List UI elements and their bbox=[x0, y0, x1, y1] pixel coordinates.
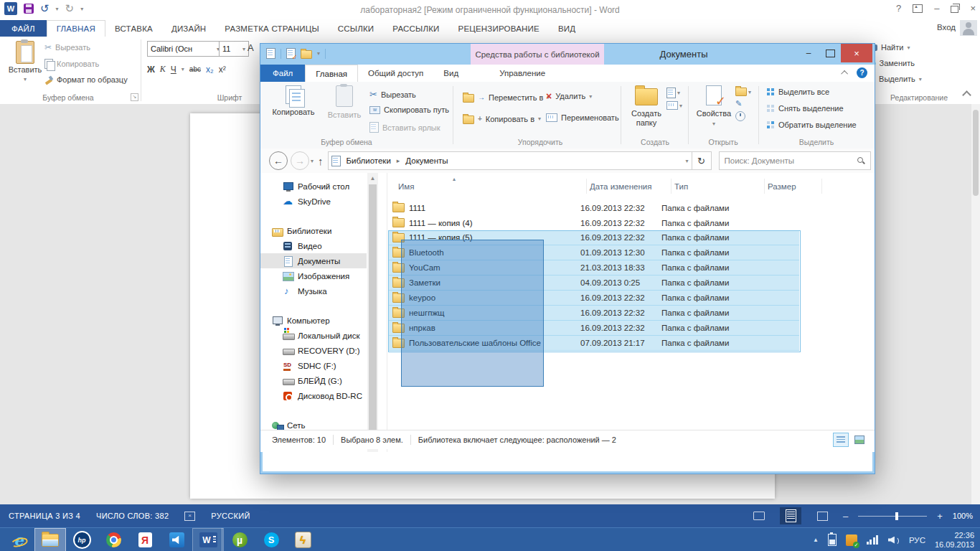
word-tab-ФАЙЛ[interactable]: ФАЙЛ bbox=[0, 20, 47, 37]
recent-pages-caret-icon[interactable]: ▾ bbox=[311, 158, 314, 164]
easy-access-button[interactable]: ▾ bbox=[666, 101, 682, 110]
find-button[interactable]: Найти▾ bbox=[868, 39, 973, 55]
sidebar-item-RECOVERY (D:)[interactable]: RECOVERY (D:) bbox=[260, 343, 367, 358]
copy-to-button[interactable]: + Копировать в▾ bbox=[463, 113, 541, 124]
replace-button[interactable]: ab Заменить bbox=[868, 55, 973, 71]
column-header-Имя[interactable]: Имя▴ bbox=[395, 179, 587, 194]
sidebar-scrollbar[interactable]: ▲ ▼ bbox=[367, 173, 378, 452]
cut-button[interactable]: ✂ Вырезать bbox=[369, 89, 416, 100]
read-mode-button[interactable] bbox=[748, 507, 770, 524]
sidebar-item-Изображения[interactable]: Изображения bbox=[260, 268, 367, 283]
save-icon[interactable] bbox=[24, 4, 34, 14]
edit-button[interactable]: ✎ bbox=[735, 99, 751, 108]
sidebar-item-Локальный диск[interactable]: Локальный диск bbox=[260, 328, 367, 343]
strikethrough-button[interactable]: abc bbox=[189, 65, 201, 73]
word-tab-РАЗМЕТКА СТРАНИЦЫ[interactable]: РАЗМЕТКА СТРАНИЦЫ bbox=[215, 20, 328, 37]
file-row-YouCam[interactable]: YouCam21.03.2013 18:33Папка с файлами bbox=[388, 260, 799, 276]
copy-path-button[interactable]: w Скопировать путь bbox=[369, 105, 449, 114]
sidebar-item-Видео[interactable]: Видео bbox=[260, 238, 367, 253]
explorer-tab-Общий доступ[interactable]: Общий доступ bbox=[358, 65, 433, 82]
taskbar-volume-app[interactable] bbox=[161, 528, 192, 551]
close-icon[interactable]: × bbox=[970, 3, 976, 14]
show-hidden-icons-icon[interactable]: ▲ bbox=[813, 537, 819, 543]
taskbar-word[interactable]: W bbox=[192, 528, 224, 551]
taskbar-internet-explorer[interactable]: e bbox=[3, 528, 34, 551]
file-row-Пользовательские шаблоны Office[interactable]: Пользовательские шаблоны Office07.09.201… bbox=[388, 336, 799, 351]
breadcrumb-item[interactable]: Библиотеки bbox=[345, 156, 392, 165]
copy-button[interactable]: Копировать bbox=[44, 59, 99, 69]
ribbon-display-options-icon[interactable] bbox=[913, 4, 923, 13]
word-tab-ВИД[interactable]: ВИД bbox=[549, 20, 585, 37]
font-size-combo[interactable]: 11▾ bbox=[219, 41, 249, 57]
sidebar-item-Дисковод BD-RC[interactable]: Дисковод BD-RC bbox=[260, 388, 367, 403]
grow-font-button[interactable]: А bbox=[248, 42, 254, 53]
font-name-combo[interactable]: Calibri (Осн▾ bbox=[147, 41, 223, 57]
new-folder-qat-icon[interactable] bbox=[301, 50, 312, 59]
copy-button[interactable]: Копировать bbox=[268, 85, 319, 117]
clipboard-dialog-launcher-icon[interactable]: ↘ bbox=[131, 93, 138, 101]
bold-button[interactable]: Ж bbox=[147, 65, 155, 75]
word-tab-ДИЗАЙН[interactable]: ДИЗАЙН bbox=[162, 20, 215, 37]
zoom-slider[interactable] bbox=[858, 516, 927, 517]
file-row-1111[interactable]: 111116.09.2013 22:32Папка с файлами bbox=[388, 200, 799, 215]
paste-button[interactable]: Вставить ▾ bbox=[7, 41, 43, 83]
underline-caret-icon[interactable]: ▾ bbox=[182, 66, 184, 72]
sign-in-link[interactable]: Вход bbox=[937, 23, 956, 32]
file-row-нешгпжщ[interactable]: нешгпжщ16.09.2013 22:32Папка с файлами bbox=[388, 306, 799, 321]
restore-icon[interactable] bbox=[951, 6, 958, 13]
word-tab-ВСТАВКА[interactable]: ВСТАВКА bbox=[105, 20, 162, 37]
paste-button[interactable]: Вставить bbox=[324, 85, 365, 120]
breadcrumb-item[interactable]: Документы bbox=[404, 156, 449, 165]
invert-selection-button[interactable]: Обратить выделение bbox=[767, 121, 857, 129]
subscript-button[interactable]: x₂ bbox=[206, 65, 214, 75]
refresh-button[interactable]: ↻ bbox=[692, 151, 712, 170]
details-view-button[interactable] bbox=[833, 433, 849, 447]
forward-button[interactable]: → bbox=[291, 151, 309, 170]
rename-button[interactable]: Переименовать bbox=[546, 113, 619, 122]
new-folder-button[interactable]: Создатьпапку bbox=[628, 85, 665, 128]
proofing-icon[interactable]: × bbox=[184, 512, 195, 521]
address-bar[interactable]: Библиотеки▸Документы ▾ bbox=[328, 151, 692, 170]
taskbar-benchmark[interactable]: ϟ bbox=[287, 528, 319, 551]
undo-caret-icon[interactable]: ▾ bbox=[56, 6, 59, 12]
delete-button[interactable]: × Удалить▾ bbox=[546, 92, 592, 100]
network-signal-icon[interactable] bbox=[867, 535, 879, 545]
explorer-tab-Вид[interactable]: Вид bbox=[433, 65, 468, 82]
language-indicator[interactable]: РУС bbox=[909, 536, 925, 545]
collapse-ribbon-icon[interactable] bbox=[962, 90, 971, 100]
volume-icon[interactable] bbox=[888, 535, 900, 545]
sidebar-item-Библиотеки[interactable]: Библиотеки bbox=[260, 223, 367, 238]
superscript-button[interactable]: x² bbox=[219, 65, 226, 75]
underline-button[interactable]: Ч bbox=[171, 65, 176, 75]
file-row-1111 — копия (4)[interactable]: 1111 — копия (4)16.09.2013 22:32Папка с … bbox=[388, 215, 799, 230]
scroll-up-icon[interactable]: ▲ bbox=[367, 173, 378, 183]
search-box[interactable]: Поиск: Документы bbox=[719, 151, 871, 170]
word-tab-ГЛАВНАЯ[interactable]: ГЛАВНАЯ bbox=[47, 20, 105, 37]
explorer-titlebar[interactable]: ▾ Средства работы с библиотекой Документ… bbox=[260, 44, 875, 65]
page-indicator[interactable]: СТРАНИЦА 3 ИЗ 4 bbox=[9, 512, 80, 520]
qat-customize-icon[interactable]: ▾ bbox=[317, 50, 320, 57]
print-layout-button[interactable] bbox=[780, 507, 801, 524]
battery-icon[interactable] bbox=[828, 534, 837, 546]
open-button[interactable]: ▾ bbox=[735, 88, 751, 96]
word-tab-РЕЦЕНЗИРОВАНИЕ[interactable]: РЕЦЕНЗИРОВАНИЕ bbox=[449, 20, 549, 37]
column-header-Размер[interactable]: Размер bbox=[765, 179, 822, 194]
select-none-button[interactable]: Снять выделение bbox=[767, 104, 844, 113]
search-icon[interactable] bbox=[857, 156, 865, 165]
word-count[interactable]: ЧИСЛО СЛОВ: 382 bbox=[96, 512, 169, 520]
italic-button[interactable]: К bbox=[160, 64, 166, 75]
minimize-icon[interactable]: – bbox=[798, 44, 819, 62]
taskbar-utorrent[interactable]: µ bbox=[224, 528, 255, 551]
move-to-button[interactable]: → Переместить в▾ bbox=[463, 92, 550, 103]
zoom-out-button[interactable]: – bbox=[843, 511, 848, 522]
back-button[interactable]: ← bbox=[269, 151, 288, 170]
taskbar-chrome[interactable] bbox=[98, 528, 129, 551]
update-icon[interactable] bbox=[846, 534, 857, 546]
taskbar-hp[interactable]: hp bbox=[66, 528, 98, 551]
word-scrollbar[interactable] bbox=[971, 104, 980, 504]
qat-customize-icon[interactable]: ▾ bbox=[80, 6, 83, 12]
explorer-tab-Главная[interactable]: Главная bbox=[305, 65, 358, 83]
language-indicator[interactable]: РУССКИЙ bbox=[211, 512, 250, 520]
column-header-Тип[interactable]: Тип bbox=[672, 179, 765, 194]
sidebar-item-Компьютер[interactable]: Компьютер bbox=[260, 313, 367, 328]
